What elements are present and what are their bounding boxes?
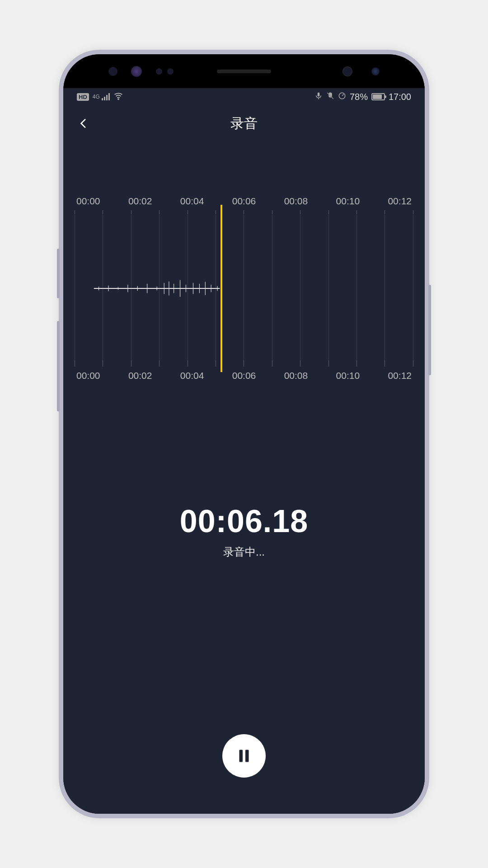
sensor-icon: [167, 68, 174, 75]
speaker-grille: [217, 70, 271, 73]
svg-point-0: [118, 99, 119, 99]
time-mark: 00:06: [232, 370, 256, 381]
battery-icon: [371, 93, 385, 100]
svg-rect-22: [245, 750, 249, 762]
control-bar: [63, 734, 425, 778]
time-mark: 00:10: [336, 196, 360, 207]
recording-status: 录音中...: [63, 545, 425, 559]
sensor-icon: [108, 67, 117, 76]
app-screen: HD 4G 78%: [63, 88, 425, 814]
waveform-svg: [75, 214, 413, 363]
phone-frame: HD 4G 78%: [59, 50, 429, 818]
volume-down-button: [57, 321, 60, 411]
phone-screen-bezel: HD 4G 78%: [63, 54, 425, 814]
time-mark: 00:04: [180, 370, 204, 381]
notch: [63, 54, 425, 88]
wifi-icon: [113, 91, 123, 103]
time-mark: 00:02: [128, 196, 152, 207]
time-mark: 00:06: [232, 196, 256, 207]
time-mark: 00:08: [284, 370, 308, 381]
time-mark: 00:12: [388, 370, 412, 381]
waveform-panel[interactable]: 00:00 00:02 00:04 00:06 00:08 00:10 00:1…: [75, 196, 413, 381]
mute-icon: [326, 92, 334, 102]
page-title: 录音: [230, 114, 258, 133]
battery-percent: 78%: [350, 92, 368, 102]
signal-icon: [102, 93, 110, 100]
mic-icon: [314, 92, 323, 102]
sensor-icon: [156, 68, 162, 75]
clock-time: 17:00: [389, 92, 411, 102]
speed-icon: [338, 92, 346, 102]
playhead-marker: [221, 205, 222, 372]
elapsed-time: 00:06.18: [63, 503, 425, 539]
time-mark: 00:00: [76, 370, 100, 381]
status-bar: HD 4G 78%: [63, 88, 425, 105]
network-label: 4G: [93, 94, 100, 100]
power-button: [428, 285, 431, 375]
time-mark: 00:12: [388, 196, 412, 207]
svg-rect-1: [318, 92, 320, 96]
timer-section: 00:06.18 录音中...: [63, 503, 425, 559]
time-ruler-bottom: 00:00 00:02 00:04 00:06 00:08 00:10 00:1…: [75, 370, 413, 381]
svg-rect-21: [239, 750, 243, 762]
back-button[interactable]: [75, 114, 93, 132]
volume-up-button: [57, 249, 60, 298]
time-mark: 00:10: [336, 370, 360, 381]
time-mark: 00:00: [76, 196, 100, 207]
time-mark: 00:02: [128, 370, 152, 381]
time-mark: 00:04: [180, 196, 204, 207]
time-mark: 00:08: [284, 196, 308, 207]
front-camera-icon: [343, 66, 352, 76]
app-header: 录音: [63, 105, 425, 142]
hd-badge: HD: [77, 93, 89, 101]
time-ruler-top: 00:00 00:02 00:04 00:06 00:08 00:10 00:1…: [75, 196, 413, 207]
pause-button[interactable]: [222, 734, 266, 778]
front-camera-icon: [371, 67, 380, 75]
sensor-icon: [131, 66, 142, 77]
